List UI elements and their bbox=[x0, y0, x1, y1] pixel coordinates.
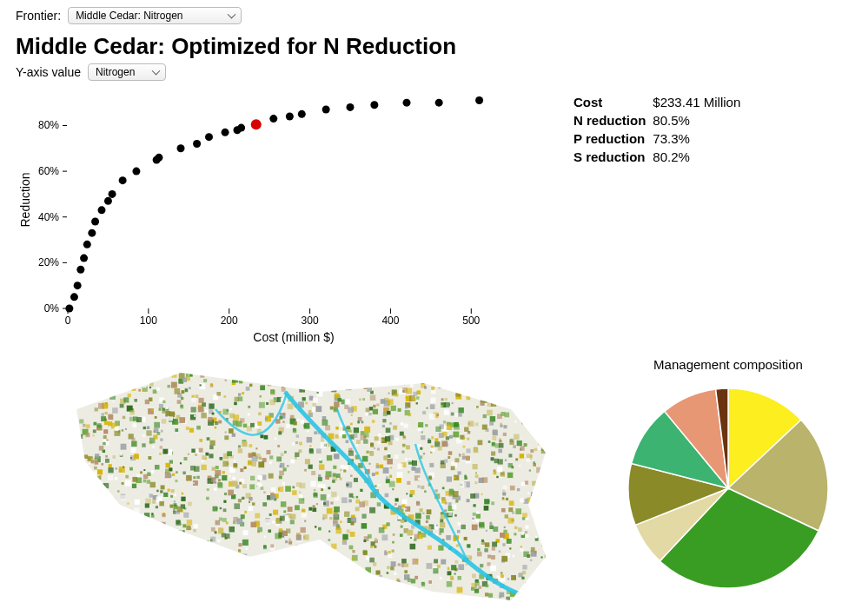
svg-rect-418 bbox=[328, 584, 331, 586]
svg-rect-1369 bbox=[559, 507, 564, 512]
scatter-point[interactable] bbox=[205, 133, 213, 141]
svg-rect-2067 bbox=[257, 527, 262, 533]
scatter-point[interactable] bbox=[98, 206, 106, 214]
svg-rect-2574 bbox=[347, 374, 350, 377]
scatter-point[interactable] bbox=[347, 103, 355, 111]
svg-rect-1176 bbox=[102, 359, 104, 361]
svg-rect-2583 bbox=[215, 531, 217, 533]
scatter-point[interactable] bbox=[177, 144, 185, 152]
svg-rect-198 bbox=[334, 556, 338, 560]
management-pie-chart[interactable] bbox=[615, 375, 841, 601]
svg-rect-793 bbox=[592, 542, 595, 546]
svg-rect-1739 bbox=[245, 547, 248, 550]
scatter-point[interactable] bbox=[475, 96, 483, 104]
svg-rect-1514 bbox=[534, 596, 537, 599]
scatter-point[interactable] bbox=[322, 106, 330, 114]
svg-rect-1286 bbox=[560, 390, 562, 393]
scatter-point[interactable] bbox=[132, 168, 140, 176]
svg-rect-1036 bbox=[123, 560, 128, 565]
scatter-point[interactable] bbox=[109, 190, 116, 198]
svg-rect-938 bbox=[169, 467, 172, 471]
svg-rect-222 bbox=[316, 559, 320, 562]
svg-rect-517 bbox=[298, 449, 302, 453]
svg-rect-1854 bbox=[408, 413, 411, 416]
svg-rect-107 bbox=[247, 584, 249, 586]
svg-rect-832 bbox=[559, 448, 565, 454]
svg-rect-69 bbox=[96, 489, 99, 493]
svg-rect-2512 bbox=[262, 611, 264, 613]
svg-rect-525 bbox=[242, 484, 247, 488]
svg-rect-1472 bbox=[296, 434, 300, 438]
svg-rect-466 bbox=[565, 566, 567, 568]
scatter-point[interactable] bbox=[403, 99, 411, 107]
svg-rect-322 bbox=[155, 416, 157, 419]
svg-rect-2209 bbox=[530, 559, 533, 561]
svg-rect-913 bbox=[66, 508, 69, 511]
svg-rect-1881 bbox=[248, 414, 250, 416]
svg-rect-386 bbox=[377, 502, 381, 507]
scatter-point[interactable] bbox=[83, 241, 91, 248]
svg-rect-541 bbox=[157, 374, 161, 377]
scatter-point[interactable] bbox=[370, 101, 378, 109]
scatter-point[interactable] bbox=[70, 293, 78, 301]
svg-rect-824 bbox=[423, 453, 425, 454]
scatter-point[interactable] bbox=[91, 218, 99, 226]
svg-rect-1371 bbox=[550, 574, 554, 579]
frontier-select[interactable]: Middle Cedar: Nitrogen bbox=[68, 7, 242, 24]
scatter-point[interactable] bbox=[80, 255, 88, 262]
scatter-point-selected[interactable] bbox=[251, 119, 262, 129]
svg-rect-230 bbox=[428, 546, 432, 550]
svg-rect-2313 bbox=[103, 546, 105, 548]
scatter-point[interactable] bbox=[88, 229, 96, 237]
svg-rect-1844 bbox=[293, 429, 296, 433]
svg-rect-1785 bbox=[60, 596, 65, 601]
scatter-point[interactable] bbox=[119, 176, 127, 184]
svg-rect-2465 bbox=[322, 518, 325, 520]
svg-rect-276 bbox=[388, 553, 392, 558]
scatter-point[interactable] bbox=[104, 197, 112, 205]
svg-rect-340 bbox=[94, 576, 96, 578]
svg-rect-889 bbox=[307, 430, 308, 432]
svg-rect-1784 bbox=[235, 599, 240, 605]
scatter-point[interactable] bbox=[298, 110, 306, 118]
yaxis-select[interactable]: Nitrogen bbox=[88, 63, 166, 81]
svg-rect-1681 bbox=[142, 606, 145, 609]
svg-rect-504 bbox=[187, 520, 192, 525]
svg-rect-650 bbox=[525, 533, 529, 538]
svg-rect-1402 bbox=[541, 502, 547, 507]
scatter-point[interactable] bbox=[222, 129, 229, 136]
svg-rect-1442 bbox=[309, 395, 313, 399]
scatter-point[interactable] bbox=[65, 305, 73, 313]
scatter-point[interactable] bbox=[74, 282, 82, 289]
svg-rect-335 bbox=[566, 608, 570, 613]
svg-rect-1362 bbox=[338, 598, 341, 600]
svg-rect-2287 bbox=[573, 401, 574, 403]
scatter-point[interactable] bbox=[76, 266, 84, 274]
svg-rect-2319 bbox=[143, 373, 145, 374]
scatter-point[interactable] bbox=[435, 99, 443, 107]
svg-rect-2296 bbox=[544, 559, 547, 562]
svg-rect-2131 bbox=[482, 425, 487, 430]
svg-rect-1507 bbox=[458, 564, 464, 570]
svg-rect-2155 bbox=[421, 590, 424, 593]
svg-rect-2068 bbox=[173, 557, 177, 561]
svg-rect-896 bbox=[349, 595, 353, 599]
svg-rect-2485 bbox=[584, 449, 589, 454]
scatter-point[interactable] bbox=[155, 154, 162, 162]
svg-rect-1574 bbox=[143, 469, 145, 471]
scatter-point[interactable] bbox=[269, 115, 277, 123]
scatter-point[interactable] bbox=[237, 124, 245, 132]
frontier-scatter-chart[interactable]: 0%20%40%60%80%0100200300400500Cost (mill… bbox=[16, 83, 537, 352]
svg-rect-1866 bbox=[319, 564, 322, 566]
svg-rect-1058 bbox=[385, 493, 388, 497]
svg-rect-1415 bbox=[444, 361, 447, 364]
svg-rect-1792 bbox=[484, 612, 490, 616]
svg-rect-468 bbox=[243, 573, 248, 578]
svg-rect-1071 bbox=[182, 588, 188, 594]
svg-rect-2518 bbox=[222, 365, 229, 371]
scatter-point[interactable] bbox=[286, 112, 294, 120]
svg-rect-1461 bbox=[169, 367, 174, 372]
scatter-point[interactable] bbox=[193, 140, 201, 148]
svg-rect-536 bbox=[540, 577, 545, 582]
svg-rect-1710 bbox=[97, 369, 101, 373]
